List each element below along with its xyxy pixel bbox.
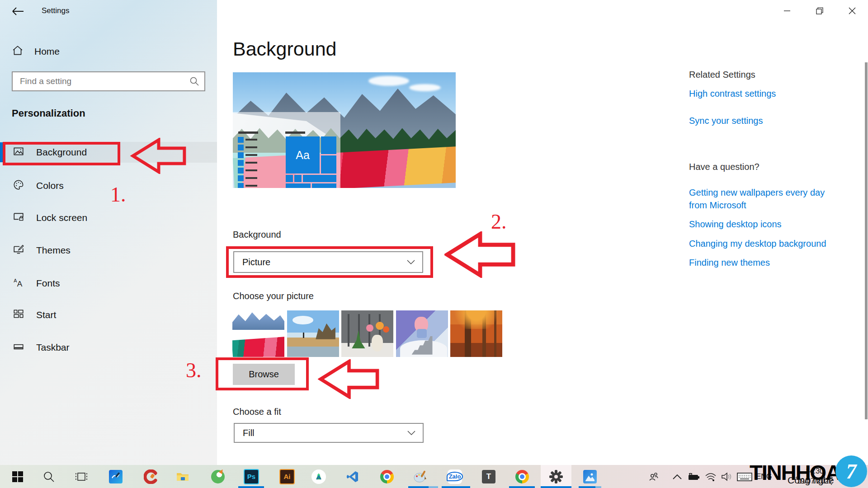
mock-dash bbox=[245, 146, 257, 148]
sidebar-item-background[interactable]: Background bbox=[0, 142, 217, 163]
sidebar-item-start[interactable]: Start bbox=[0, 305, 217, 325]
close-icon bbox=[849, 7, 856, 14]
sidebar-item-label: Start bbox=[36, 310, 56, 320]
mock-dash bbox=[245, 177, 257, 179]
link-sync-settings[interactable]: Sync your settings bbox=[689, 116, 763, 126]
speaker-icon bbox=[721, 472, 732, 482]
wifi-icon bbox=[704, 471, 717, 482]
link-changing-background[interactable]: Changing my desktop background bbox=[689, 239, 826, 249]
browse-button[interactable]: Browse bbox=[233, 364, 295, 385]
illustrator-app-icon[interactable]: Ai bbox=[273, 465, 301, 488]
restore-icon bbox=[816, 7, 823, 14]
active-underline-paint-2 bbox=[429, 486, 438, 488]
picture-thumbnail-autumn[interactable] bbox=[450, 310, 502, 357]
people-tray-button[interactable] bbox=[644, 465, 664, 488]
sidebar-item-label: Taskbar bbox=[36, 342, 70, 353]
mock-nav-square bbox=[238, 160, 244, 166]
sidebar-item-colors[interactable]: Colors bbox=[0, 175, 217, 196]
related-settings-header: Related Settings bbox=[689, 70, 755, 80]
settings-app-icon[interactable] bbox=[542, 465, 570, 488]
battery-charging-icon bbox=[687, 472, 700, 481]
active-underline-zalo bbox=[442, 486, 470, 488]
sidebar-item-label: Colors bbox=[36, 180, 64, 191]
paint-app-icon[interactable] bbox=[406, 465, 434, 488]
mock-tile bbox=[321, 136, 336, 154]
back-button[interactable] bbox=[10, 5, 25, 17]
palette-icon bbox=[13, 179, 24, 193]
close-button[interactable] bbox=[842, 4, 863, 18]
choose-picture-label: Choose your picture bbox=[233, 291, 314, 301]
coccoc-browser-icon[interactable] bbox=[204, 465, 232, 488]
photos-app-icon[interactable] bbox=[576, 465, 604, 488]
minimize-button[interactable] bbox=[777, 4, 797, 18]
t-app-icon[interactable]: T bbox=[475, 465, 503, 488]
android-studio-icon[interactable] bbox=[305, 465, 333, 488]
ccleaner-app-icon[interactable] bbox=[137, 465, 165, 488]
sidebar-item-label: Background bbox=[36, 147, 87, 158]
chrome-app-icon[interactable] bbox=[373, 465, 401, 488]
link-finding-themes[interactable]: Finding new themes bbox=[689, 258, 770, 268]
mock-nav-square bbox=[238, 175, 244, 181]
background-type-value: Picture bbox=[242, 257, 270, 267]
home-icon bbox=[12, 45, 24, 59]
picture-thumbnail-kayaks[interactable] bbox=[232, 310, 284, 357]
ai-label: Ai bbox=[284, 473, 291, 480]
chevron-down-icon bbox=[407, 259, 415, 265]
background-type-dropdown[interactable]: Picture bbox=[233, 251, 423, 273]
mock-tile bbox=[303, 175, 336, 182]
sidebar-item-home[interactable]: Home bbox=[7, 42, 206, 61]
background-dropdown-label: Background bbox=[233, 230, 281, 240]
mock-dash bbox=[245, 154, 257, 156]
t-label: T bbox=[486, 472, 491, 481]
mock-tile bbox=[286, 175, 293, 182]
search-box[interactable] bbox=[12, 71, 205, 91]
mock-nav-square bbox=[238, 183, 244, 188]
folder-icon bbox=[176, 470, 189, 483]
tinhhoa-watermark-subtitle: Công nghệ bbox=[788, 475, 834, 486]
mock-nav-square bbox=[238, 145, 244, 150]
vscode-icon bbox=[346, 470, 359, 483]
sidebar-item-fonts[interactable]: AA Fonts bbox=[0, 273, 217, 294]
file-explorer-icon[interactable] bbox=[169, 465, 197, 488]
cloud bbox=[368, 76, 409, 86]
mock-dash bbox=[285, 131, 305, 134]
search-icon bbox=[189, 76, 200, 89]
scrollbar[interactable] bbox=[865, 62, 868, 419]
picture-thumbnail-flowers[interactable] bbox=[341, 310, 393, 357]
sidebar-item-lock-screen[interactable]: Lock screen bbox=[0, 207, 217, 228]
whiteboard-app-icon[interactable] bbox=[102, 465, 130, 488]
picture-thumbnail-beach[interactable] bbox=[287, 310, 339, 357]
link-high-contrast[interactable]: High contrast settings bbox=[689, 89, 776, 99]
sidebar: Settings Home Personalization Background bbox=[0, 0, 217, 465]
search-input[interactable] bbox=[19, 72, 193, 90]
chrome2-app-icon[interactable] bbox=[508, 465, 536, 488]
sidebar-item-taskbar[interactable]: Taskbar bbox=[0, 337, 217, 358]
restore-button[interactable] bbox=[809, 4, 830, 18]
people-icon bbox=[648, 471, 660, 483]
mock-dash bbox=[245, 169, 257, 171]
fonts-icon: AA bbox=[13, 277, 24, 291]
task-view-button[interactable] bbox=[67, 465, 95, 488]
fit-dropdown[interactable]: Fill bbox=[234, 423, 424, 443]
picture-thumbnail-pig[interactable] bbox=[396, 310, 448, 357]
chrome-icon bbox=[515, 470, 529, 483]
background-image-icon bbox=[13, 145, 24, 160]
paint-icon bbox=[413, 469, 428, 484]
vscode-app-icon[interactable] bbox=[339, 465, 367, 488]
active-underline-settings bbox=[541, 486, 571, 488]
taskbar-search-button[interactable] bbox=[35, 465, 63, 488]
themes-brush-icon bbox=[13, 244, 24, 258]
link-getting-wallpapers[interactable]: Getting new wallpapers every day from Mi… bbox=[689, 186, 845, 211]
sidebar-item-label: Lock screen bbox=[36, 212, 87, 223]
mock-tile bbox=[321, 155, 336, 174]
back-arrow-icon bbox=[10, 11, 25, 19]
start-button[interactable] bbox=[4, 465, 32, 488]
sidebar-item-themes[interactable]: Themes bbox=[0, 240, 217, 261]
photos-icon bbox=[585, 472, 595, 482]
mock-nav-square bbox=[238, 168, 244, 174]
mock-tile bbox=[312, 183, 336, 188]
link-showing-desktop-icons[interactable]: Showing desktop icons bbox=[689, 219, 782, 230]
active-underline-photos bbox=[579, 486, 595, 488]
zalo-app-icon[interactable]: Zalo bbox=[441, 465, 469, 488]
photoshop-app-icon[interactable]: Ps bbox=[237, 465, 265, 488]
